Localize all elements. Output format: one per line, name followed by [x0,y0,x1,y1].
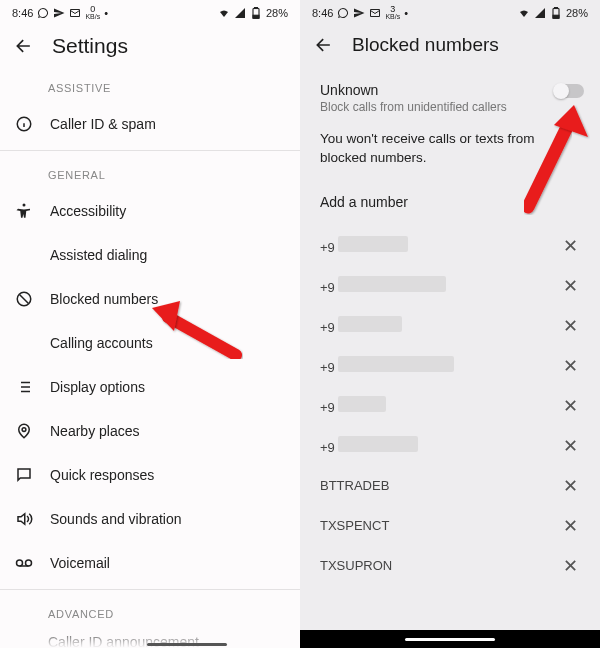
blocked-number: TXSUPRON [320,558,559,573]
remove-button[interactable]: ✕ [559,513,582,539]
chat-icon [14,465,34,485]
row-quick-responses[interactable]: Quick responses [0,453,300,497]
redacted-number [338,396,386,412]
status-bar: 8:46 0KB/s • 28% [0,0,300,24]
status-bar: 8:46 3KB/s • 28% [300,0,600,24]
row-display-options[interactable]: Display options [0,365,300,409]
row-sounds-vibration[interactable]: Sounds and vibration [0,497,300,541]
section-general: GENERAL [0,155,300,189]
row-label: Quick responses [50,467,282,483]
svg-point-6 [22,428,26,432]
redacted-number [338,436,418,452]
send-icon [353,7,365,19]
remove-button[interactable]: ✕ [559,273,582,299]
blocked-number: BTTRADEB [320,478,559,493]
more-dot: • [104,7,108,19]
svg-point-8 [26,560,32,566]
page-title: Settings [52,34,128,58]
row-label: Calling accounts [50,335,282,351]
section-advanced: ADVANCED [0,594,300,628]
mail-icon [69,7,81,19]
nav-bar [300,630,600,648]
blocked-entry: +9 ✕ [300,306,600,346]
status-time: 8:46 [12,7,33,19]
redacted-number [338,276,446,292]
svg-point-7 [17,560,23,566]
data-rate: 0KB/s [85,6,100,20]
battery-icon [550,7,562,19]
row-label: Sounds and vibration [50,511,282,527]
blocked-number: +9 [320,396,559,415]
blocked-number: +9 [320,276,559,295]
unknown-toggle-switch[interactable] [554,84,584,98]
back-button[interactable] [14,36,34,56]
row-nearby-places[interactable]: Nearby places [0,409,300,453]
remove-button[interactable]: ✕ [559,233,582,259]
back-button[interactable] [314,35,334,55]
divider [0,589,300,590]
row-label: Nearby places [50,423,282,439]
sound-icon [14,509,34,529]
add-number-button[interactable]: Add a number [300,186,600,226]
remove-button[interactable]: ✕ [559,473,582,499]
remove-button[interactable]: ✕ [559,313,582,339]
svg-rect-11 [553,15,559,18]
nav-handle [147,643,227,646]
section-assistive: ASSISTIVE [0,72,300,102]
voicemail-icon [14,553,34,573]
row-caller-id-spam[interactable]: Caller ID & spam [0,102,300,146]
blocked-entry: +9 ✕ [300,386,600,426]
remove-button[interactable]: ✕ [559,433,582,459]
send-icon [53,7,65,19]
status-time: 8:46 [312,7,333,19]
blocked-numbers-pane: 8:46 3KB/s • 28% Blocked numbers Unknown… [300,0,600,648]
info-icon [14,114,34,134]
row-accessibility[interactable]: Accessibility [0,189,300,233]
remove-button[interactable]: ✕ [559,393,582,419]
row-voicemail[interactable]: Voicemail [0,541,300,585]
remove-button[interactable]: ✕ [559,553,582,579]
wifi-icon [518,7,530,19]
row-label: Assisted dialing [50,247,282,263]
blocked-entry: TXSUPRON✕ [300,546,600,586]
whatsapp-icon [337,7,349,19]
row-blocked-numbers[interactable]: Blocked numbers [0,277,300,321]
redacted-number [338,356,454,372]
blocked-header: Blocked numbers [300,24,600,70]
row-calling-accounts[interactable]: Calling accounts [0,321,300,365]
list-icon [14,377,34,397]
svg-point-4 [23,204,26,207]
remove-button[interactable]: ✕ [559,353,582,379]
more-dot: • [404,7,408,19]
whatsapp-icon [37,7,49,19]
blocked-entry: +9 ✕ [300,346,600,386]
blocked-number: +9 [320,236,559,255]
blank-icon [14,245,34,265]
redacted-number [338,316,402,332]
svg-rect-2 [253,15,259,18]
battery-icon [250,7,262,19]
row-label: Display options [50,379,282,395]
blank-icon [14,333,34,353]
svg-rect-1 [254,7,257,9]
row-label: Caller ID & spam [50,116,282,132]
battery-pct: 28% [266,7,288,19]
data-rate: 3KB/s [385,6,400,20]
blocked-list: +9 ✕+9 ✕+9 ✕+9 ✕+9 ✕+9 ✕BTTRADEB✕TXSPENC… [300,226,600,586]
battery-pct: 28% [566,7,588,19]
location-icon [14,421,34,441]
page-title: Blocked numbers [352,34,499,56]
signal-icon [234,7,246,19]
toggle-subtitle: Block calls from unidentified callers [320,100,554,114]
unknown-toggle-row[interactable]: Unknown Block calls from unidentified ca… [300,70,600,126]
settings-header: Settings [0,24,300,72]
blocked-number: +9 [320,316,559,335]
nav-handle [405,638,495,641]
signal-icon [534,7,546,19]
info-text: You won't receive calls or texts from bl… [300,126,600,186]
blocked-entry: +9 ✕ [300,266,600,306]
row-assisted-dialing[interactable]: Assisted dialing [0,233,300,277]
block-icon [14,289,34,309]
accessibility-icon [14,201,34,221]
toggle-title: Unknown [320,82,554,98]
